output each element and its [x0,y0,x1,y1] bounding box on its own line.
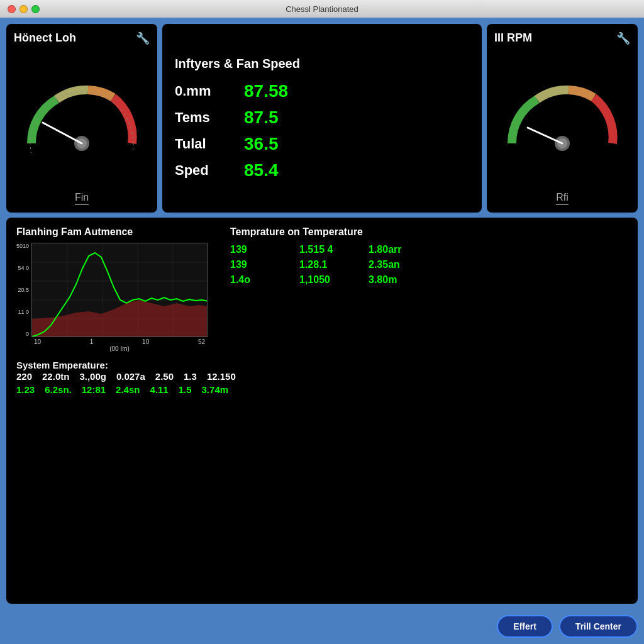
temp-r1-c1: 1.28.1 [299,259,350,270]
effert-button[interactable]: Effert [497,615,553,638]
y-tick-0: 5010 [16,243,29,249]
close-button[interactable] [8,5,16,13]
left-gauge-title: Hönect Loh [14,31,76,45]
right-gauge-svg [499,84,625,153]
metric-value-2: 36.5 [244,134,279,154]
temp-section: Temprature on Temperature 139 1.515 4 1.… [230,226,628,595]
metric-label-3: Sped [175,162,231,179]
metric-row-2: Tulal 36.5 [175,134,469,154]
x-tick-1: 1 [90,338,94,345]
sys-row-white: 220 22.0tn 3.,00g 0.027a 2.50 1.3 12.150 [16,371,218,382]
chart-title: Flanhing Fam Autmence [16,226,218,238]
temp-r0-c2: 1.80arr [369,244,419,255]
middle-panel-title: Inftyers & Fan Speed [175,57,300,71]
trill-center-button[interactable]: Trill Center [559,615,638,638]
bottom-content: Flanhing Fam Autmence 5010 54 0 20.5 11 … [16,226,628,595]
system-section: System Emperature: 220 22.0tn 3.,00g 0.0… [16,360,218,397]
temp-row-0: 139 1.515 4 1.80arr [230,244,628,255]
sys-w-1: 22.0tn [42,371,69,382]
temp-r1-c2: 2.35an [369,259,419,270]
window-title: Chessl Plantionated [286,4,358,14]
temp-row-2: 1.4o 1,1050 3.80m [230,274,628,286]
x-axis-unit: (00 Im) [31,345,208,352]
metrics-grid: 0.mm 87.58 Tems 87.5 Tulal 36.5 Sped 85.… [175,81,469,180]
temp-r2-c0: 1.4o [230,274,280,286]
y-tick-4: 0 [16,331,29,337]
metric-value-0: 87.58 [244,81,288,101]
minimize-button[interactable] [19,5,28,13]
left-gauge-svg [19,84,145,153]
temp-r1-c0: 139 [230,259,280,270]
top-row: Hönect Loh 🔧 [6,24,638,213]
sys-g-0: 1.23 [16,384,35,395]
left-gauge-label: Fin [75,192,89,205]
metric-value-1: 87.5 [244,108,279,128]
y-tick-3: 11 0 [16,309,29,315]
right-gauge-icon: 🔧 [616,31,630,45]
right-gauge-container [499,50,625,187]
right-gauge-label: Rfi [556,192,569,205]
sys-g-1: 6.2sn. [45,384,72,395]
right-gauge-title: III RPM [494,31,532,45]
x-axis-labels: 10 1 10 52 [31,337,208,345]
y-tick-1: 54 0 [16,265,29,271]
metric-row-3: Sped 85.4 [175,160,469,180]
system-title: System Emperature: [16,360,108,370]
chart-svg [31,243,208,337]
metric-label-0: 0.mm [175,83,231,99]
sys-row-green: 1.23 6.2sn. 12:81 2.4sn 4.11 1.5 3.74m [16,384,218,395]
svg-marker-15 [32,300,208,337]
title-bar: Chessl Plantionated [0,0,644,18]
sys-g-5: 1.5 [179,384,192,395]
x-tick-2: 10 [142,338,149,345]
sys-g-2: 12:81 [82,384,106,395]
sys-w-3: 0.027a [116,371,145,382]
sys-w-5: 1.3 [184,371,197,382]
footer: Effert Trill Center [0,610,644,644]
sys-g-3: 2.4sn [116,384,140,395]
temp-row-1: 139 1.28.1 2.35an [230,259,628,270]
chart-section: Flanhing Fam Autmence 5010 54 0 20.5 11 … [16,226,218,595]
y-tick-2: 20.5 [16,287,29,293]
metric-value-3: 85.4 [244,160,279,180]
temp-r2-c1: 1,1050 [299,274,350,286]
temp-title: Temprature on Temperature [230,226,628,238]
temp-r0-c1: 1.515 4 [299,244,350,255]
svg-line-3 [43,123,82,143]
x-tick-0: 10 [34,338,41,345]
x-tick-3: 52 [198,338,205,345]
left-gauge-panel: Hönect Loh 🔧 [6,24,157,213]
right-gauge-panel: III RPM 🔧 Rf [487,24,638,213]
left-gauge-icon: 🔧 [136,31,150,45]
middle-metrics-panel: Inftyers & Fan Speed 0.mm 87.58 Tems 87.… [162,24,482,213]
svg-line-6 [528,128,562,143]
left-gauge-container [19,50,145,187]
sys-g-6: 3.74m [202,384,229,395]
window-controls[interactable] [8,5,40,13]
metric-row-0: 0.mm 87.58 [175,81,469,101]
temp-table: 139 1.515 4 1.80arr 139 1.28.1 2.35an 1.… [230,244,628,286]
temp-r2-c2: 3.80m [369,274,419,286]
metric-row-1: Tems 87.5 [175,108,469,128]
sys-w-2: 3.,00g [79,371,106,382]
metric-label-2: Tulal [175,136,231,152]
sys-w-0: 220 [16,371,32,382]
bottom-panel: Flanhing Fam Autmence 5010 54 0 20.5 11 … [6,218,638,604]
temp-r0-c0: 139 [230,244,280,255]
metric-label-1: Tems [175,109,231,126]
sys-w-4: 2.50 [155,371,174,382]
sys-g-4: 4.11 [150,384,168,395]
main-content: Hönect Loh 🔧 [0,18,644,610]
maximize-button[interactable] [31,5,40,13]
